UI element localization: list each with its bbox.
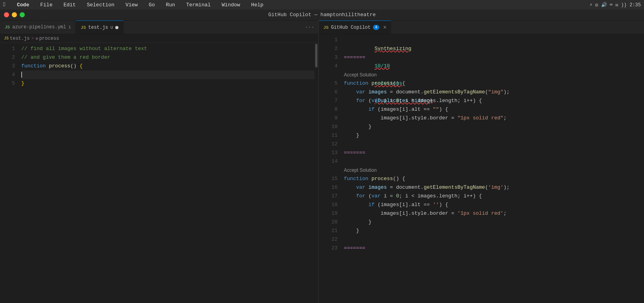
left-panel: JS azure-pipelines.yml 1 JS test.js U ··… (0, 20, 319, 303)
copilot-js-icon: JS (323, 25, 328, 30)
menu-selection[interactable]: Selection (85, 1, 117, 9)
maximize-button[interactable] (20, 12, 25, 17)
close-button[interactable] (4, 12, 9, 17)
js-icon: JS (81, 25, 86, 30)
apple-menu[interactable]:  (3, 2, 7, 8)
accept-solution-text-1[interactable]: Accept Solution (344, 71, 376, 79)
code-line-2: // and give them a red border (21, 53, 314, 62)
menu-terminal[interactable]: Terminal (184, 1, 213, 9)
line-numbers: 1 2 3 4 5 (0, 43, 20, 303)
progress-label: 10/10 (375, 63, 390, 69)
copilot-empty-5 (344, 235, 644, 244)
copilot-code-21: } (344, 227, 644, 235)
tray-icons: ⚡ ◎ 🔊 ⌨ ✉ )) 2:35 (590, 2, 641, 8)
menu-edit[interactable]: Edit (61, 1, 78, 9)
tab-bar: JS azure-pipelines.yml 1 JS test.js U ··… (0, 20, 318, 34)
code-line-5: } (21, 79, 314, 88)
code-line-3: function process() { (21, 62, 314, 71)
tab-azure-pipelines[interactable]: JS azure-pipelines.yml 1 (0, 20, 76, 34)
copilot-code-18: if (images[i].alt == '') { (344, 201, 644, 209)
breadcrumb-symbol[interactable]: ⊙ process (36, 36, 59, 41)
breadcrumb-separator: > (31, 36, 34, 41)
copilot-tab-label: GitHub Copilot (331, 25, 371, 30)
title-bar: GitHub Copilot — hamptonhilltheatre (0, 9, 644, 20)
accept-solution-text-2[interactable]: Accept Solution (344, 166, 376, 175)
system-tray: ⚡ ◎ 🔊 ⌨ ✉ )) 2:35 (590, 2, 641, 8)
copilot-tab-badge: 4 (373, 25, 379, 30)
copilot-code-area: Synthesizing 10/10 solutions (Duplicates… (342, 34, 644, 303)
menu-window[interactable]: Window (220, 1, 243, 9)
code-line-1: // find all images without alternate tex… (21, 45, 314, 53)
tab-unsaved-dot (115, 26, 118, 29)
copilot-code-7: for (var i = 0; i < images.length; i++) … (344, 97, 644, 105)
copilot-line-numbers: 1 2 3 4 5 6 7 8 9 10 11 12 13 14 15 16 1… (319, 34, 342, 303)
synthesizing-label: Synthesizing (375, 46, 411, 52)
yaml-icon: JS (5, 25, 10, 30)
copilot-code-8: if (images[i].alt == "") { (344, 105, 644, 114)
traffic-lights[interactable] (4, 12, 25, 17)
tab-label-test: test.js (88, 25, 108, 30)
copilot-code-20: } (344, 218, 644, 227)
tab-test-js[interactable]: JS test.js U (76, 20, 124, 34)
copilot-code-9: images[i].style.border = "1px solid red"… (344, 114, 644, 123)
menu-go[interactable]: Go (146, 1, 157, 9)
copilot-empty-3 (344, 140, 644, 149)
code-editor[interactable]: 1 2 3 4 5 // find all images without alt… (0, 43, 318, 303)
breadcrumb-file-name: test.js (10, 36, 30, 41)
separator-1: ======= (344, 53, 644, 62)
js-file-icon: JS (4, 36, 9, 41)
breadcrumb: JS test.js > ⊙ process (0, 34, 318, 43)
menu-bar:  Code File Edit Selection View Go Run T… (0, 0, 644, 9)
menu-view[interactable]: View (123, 1, 140, 9)
copilot-close-button[interactable]: × (383, 24, 386, 31)
tab-label-azure: azure-pipelines.yml (12, 24, 66, 30)
menu-file[interactable]: File (38, 1, 55, 9)
copilot-code-11: } (344, 131, 644, 140)
code-line-4 (21, 71, 314, 79)
copilot-empty-4 (344, 157, 644, 166)
minimize-button[interactable] (12, 12, 17, 17)
main-container: JS azure-pipelines.yml 1 JS test.js U ··… (0, 20, 644, 303)
tab-modified-indicator: U (111, 25, 113, 30)
tab-overflow-menu[interactable]: ··· (301, 20, 318, 34)
copilot-code-5: function process() { (344, 79, 644, 88)
tab-badge-azure: 1 (68, 25, 71, 30)
editor-scrollbar[interactable] (314, 43, 318, 303)
separator-3: ======= (344, 244, 644, 253)
menu-help[interactable]: Help (249, 1, 266, 9)
breadcrumb-symbol-name: process (39, 36, 59, 41)
copilot-code-6: var images = document.getElementsByTagNa… (344, 88, 644, 97)
copilot-content[interactable]: 1 2 3 4 5 6 7 8 9 10 11 12 13 14 15 16 1… (319, 34, 644, 303)
copilot-code-19: images[i].style.border = '1px solid red'… (344, 209, 644, 218)
copilot-code-15: function process() { (344, 175, 644, 183)
accept-solution-1[interactable]: Accept Solution (344, 71, 644, 79)
copilot-code-10: } (344, 123, 644, 131)
copilot-tab-bar: JS GitHub Copilot 4 × (319, 20, 644, 34)
function-icon: ⊙ (36, 36, 38, 41)
menu-run[interactable]: Run (164, 1, 177, 9)
right-panel: JS GitHub Copilot 4 × 1 2 3 4 5 6 7 8 9 … (319, 20, 644, 303)
copilot-tab[interactable]: JS GitHub Copilot 4 × (319, 20, 391, 34)
copilot-code-17: for (var i = 0; i < images.length; i++) … (344, 192, 644, 201)
copilot-code-16: var images = document.getElementsByTagNa… (344, 183, 644, 192)
accept-solution-2[interactable]: Accept Solution (344, 166, 644, 175)
window-title: GitHub Copilot — hamptonhilltheatre (268, 12, 376, 18)
synthesizing-line: Synthesizing 10/10 solutions (Duplicates… (344, 36, 644, 45)
scrollbar-thumb[interactable] (315, 44, 317, 67)
breadcrumb-file[interactable]: JS test.js (4, 36, 30, 41)
separator-2: ======= (344, 149, 644, 157)
menu-code[interactable]: Code (15, 1, 31, 9)
code-content[interactable]: // find all images without alternate tex… (20, 43, 314, 303)
